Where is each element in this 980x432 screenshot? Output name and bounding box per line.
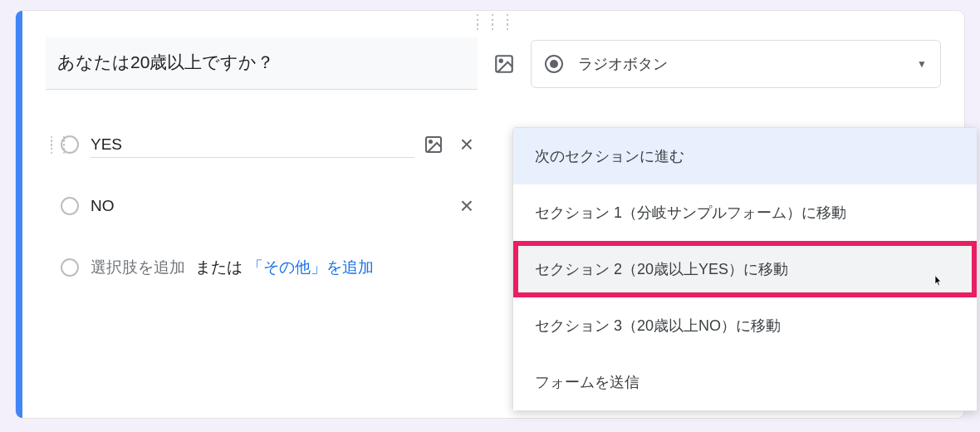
menu-item-submit[interactable]: フォームを送信 — [513, 354, 977, 410]
close-icon: × — [460, 193, 473, 219]
menu-item-label: セクション 1（分岐サンプルフォーム）に移動 — [535, 204, 846, 221]
add-option-placeholder[interactable]: 選択肢を追加 — [91, 257, 185, 278]
cursor-pointer-icon — [930, 272, 945, 291]
question-title-input[interactable] — [46, 37, 478, 90]
options-list: ⋮⋮⋮⋮⋮⋮ × ⋮⋮ × 選 — [46, 125, 478, 287]
image-icon — [493, 53, 515, 75]
add-option-row: 選択肢を追加 または 「その他」を追加 — [46, 248, 478, 287]
option-image-button[interactable] — [423, 134, 444, 155]
svg-point-1 — [500, 59, 502, 61]
radio-outline-icon — [61, 197, 79, 215]
menu-item-next[interactable]: 次のセクションに進む — [513, 128, 977, 184]
radio-button-icon — [545, 55, 563, 73]
radio-outline-icon — [61, 258, 79, 277]
add-option-or: または — [195, 257, 243, 278]
option-input[interactable] — [91, 132, 414, 158]
add-image-button[interactable] — [492, 52, 516, 76]
menu-item-label: 次のセクションに進む — [535, 148, 684, 164]
goto-section-menu: 次のセクションに進む セクション 1（分岐サンプルフォーム）に移動 セクション … — [512, 127, 978, 411]
question-header-row: ラジオボタン ▼ — [46, 37, 941, 90]
image-icon — [424, 135, 443, 155]
menu-item-label: フォームを送信 — [535, 374, 639, 390]
close-icon: × — [460, 131, 473, 158]
card-body: ⋮⋮⋮⋮⋮⋮ ラジオボタン ▼ ⋮⋮⋮⋮⋮⋮ × — [22, 11, 964, 418]
drag-handle-icon[interactable]: ⋮⋮⋮⋮⋮⋮ — [471, 17, 516, 27]
radio-outline-icon — [61, 135, 79, 154]
menu-item-label: セクション 3（20歳以上NO）に移動 — [535, 317, 781, 334]
type-label: ラジオボタン — [578, 54, 917, 74]
add-other-link[interactable]: 「その他」を追加 — [247, 257, 374, 278]
question-card: ⋮⋮⋮⋮⋮⋮ ラジオボタン ▼ ⋮⋮⋮⋮⋮⋮ × — [15, 10, 965, 419]
option-input[interactable] — [91, 194, 456, 219]
svg-point-3 — [429, 140, 432, 143]
menu-item-section-3[interactable]: セクション 3（20歳以上NO）に移動 — [513, 297, 977, 354]
menu-item-section-1[interactable]: セクション 1（分岐サンプルフォーム）に移動 — [513, 184, 977, 241]
question-type-selector[interactable]: ラジオボタン ▼ — [531, 40, 941, 88]
accent-bar — [16, 11, 22, 418]
option-row: ⋮⋮ × — [46, 186, 478, 226]
remove-option-button[interactable]: × — [456, 195, 478, 217]
chevron-down-icon: ▼ — [917, 58, 927, 70]
option-row: ⋮⋮⋮⋮⋮⋮ × — [46, 125, 478, 164]
menu-item-label: セクション 2（20歳以上YES）に移動 — [535, 261, 788, 277]
drag-dots-icon[interactable]: ⋮⋮⋮⋮⋮⋮ — [46, 139, 61, 151]
menu-item-section-2[interactable]: セクション 2（20歳以上YES）に移動 — [513, 241, 977, 297]
remove-option-button[interactable]: × — [456, 134, 478, 155]
